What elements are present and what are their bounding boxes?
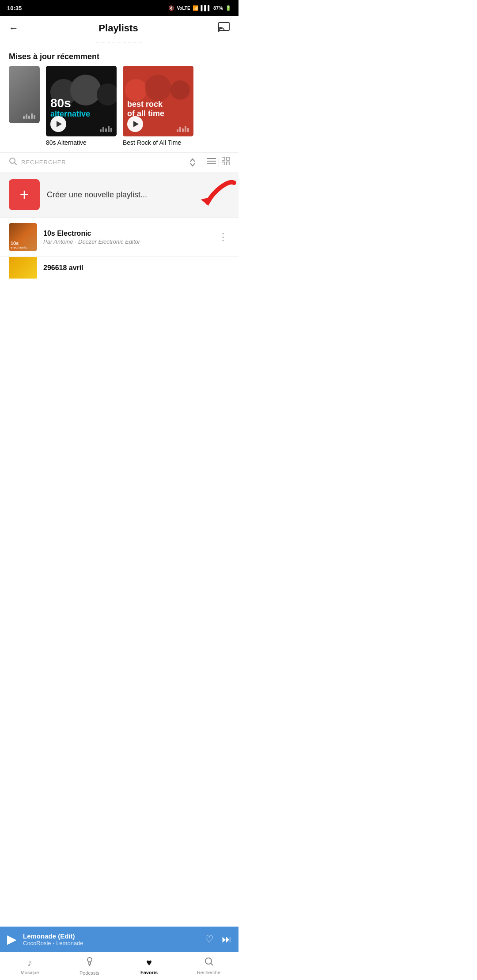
- playlist-thumb-10s: 10s electronic: [9, 223, 37, 251]
- page-header: ← Playlists: [0, 16, 238, 36]
- create-plus-icon: +: [19, 187, 29, 203]
- section-recently-updated: Mises à jour récemment: [0, 46, 238, 66]
- svg-rect-9: [222, 162, 225, 165]
- status-icons: 🔇 VoLTE 📶 ▌▌▌ 87% 🔋: [168, 5, 231, 11]
- play-button-rock[interactable]: [127, 116, 143, 132]
- playlist-list-area: + Créer une nouvelle playlist... 10s ele…: [0, 172, 238, 279]
- playlist-name-second: 296618 avril: [43, 264, 230, 272]
- card-label-80s: 80s Alternative: [46, 136, 117, 146]
- card-thumb-80s: 80s alternative: [46, 66, 117, 136]
- deezer-bars-80s: [100, 126, 112, 132]
- svg-point-2: [10, 158, 15, 163]
- playlist-card-partial[interactable]: [9, 66, 40, 146]
- mute-icon: 🔇: [168, 5, 174, 11]
- status-bar: 10:35 🔇 VoLTE 📶 ▌▌▌ 87% 🔋: [0, 0, 238, 16]
- back-button[interactable]: ←: [9, 23, 19, 34]
- playlist-thumb-second: [9, 256, 37, 279]
- cast-icon: [218, 22, 230, 32]
- battery-label: 87%: [213, 5, 223, 11]
- playlist-card-80s[interactable]: 80s alternative 80s Alternative: [46, 66, 117, 146]
- svg-rect-7: [222, 157, 225, 160]
- playlist-card-rock[interactable]: best rockof all time Best Rock of All Ti…: [123, 66, 193, 146]
- grid-view-icon[interactable]: [222, 157, 230, 167]
- thumb-label-10s: 10s electronic: [11, 241, 27, 249]
- wifi-icon: 📶: [193, 5, 199, 11]
- card-overlay-rock: best rockof all time: [127, 100, 164, 119]
- cast-button[interactable]: [218, 22, 230, 34]
- svg-line-3: [15, 163, 17, 165]
- battery-icon: 🔋: [225, 5, 231, 11]
- list-view-icon[interactable]: [207, 158, 216, 167]
- deezer-bars-rock: [177, 126, 189, 132]
- recently-updated-scroll: 80s alternative 80s Alternative best roc…: [0, 66, 238, 152]
- card-overlay-80s: 80s alternative: [50, 97, 90, 119]
- card-thumb-rock: best rockof all time: [123, 66, 193, 136]
- deezer-bars-partial: [23, 113, 35, 119]
- playlist-name-10s: 10s Electronic: [43, 230, 210, 237]
- search-bar: RECHERCHER: [0, 152, 238, 172]
- svg-rect-10: [227, 162, 230, 165]
- page-title: Playlists: [98, 23, 138, 34]
- status-time: 10:35: [7, 5, 22, 11]
- playlist-item-second-partial[interactable]: 296618 avril: [0, 256, 238, 279]
- signal-icon: ▌▌▌: [201, 5, 211, 11]
- view-icons: [207, 157, 230, 167]
- playlist-more-10s[interactable]: ⋮: [216, 231, 230, 243]
- view-divider: [219, 158, 219, 167]
- playlist-author-10s: Par Antoine - Deezer Electronic Editor: [43, 238, 210, 245]
- playlist-item-10s[interactable]: 10s electronic 10s Electronic Par Antoin…: [0, 217, 238, 256]
- lte-icon: VoLTE: [177, 6, 190, 11]
- search-placeholder[interactable]: RECHERCHER: [21, 159, 184, 166]
- create-playlist-button[interactable]: +: [9, 179, 40, 210]
- search-icon: [9, 157, 17, 167]
- card-label-rock: Best Rock of All Time: [123, 136, 193, 146]
- playlist-info-second: 296618 avril: [43, 264, 230, 272]
- create-playlist-row[interactable]: + Créer une nouvelle playlist...: [0, 172, 238, 217]
- svg-marker-11: [201, 197, 211, 206]
- svg-rect-8: [227, 157, 230, 160]
- create-playlist-text: Créer une nouvelle playlist...: [47, 190, 147, 200]
- playlist-info-10s: 10s Electronic Par Antoine - Deezer Elec…: [43, 230, 210, 245]
- sort-icon[interactable]: [189, 158, 197, 167]
- profile-subtitle: _ _ _ _ _ _ _ _ _: [0, 36, 238, 46]
- play-button-80s[interactable]: [50, 116, 66, 132]
- red-arrow-annotation: [194, 178, 238, 211]
